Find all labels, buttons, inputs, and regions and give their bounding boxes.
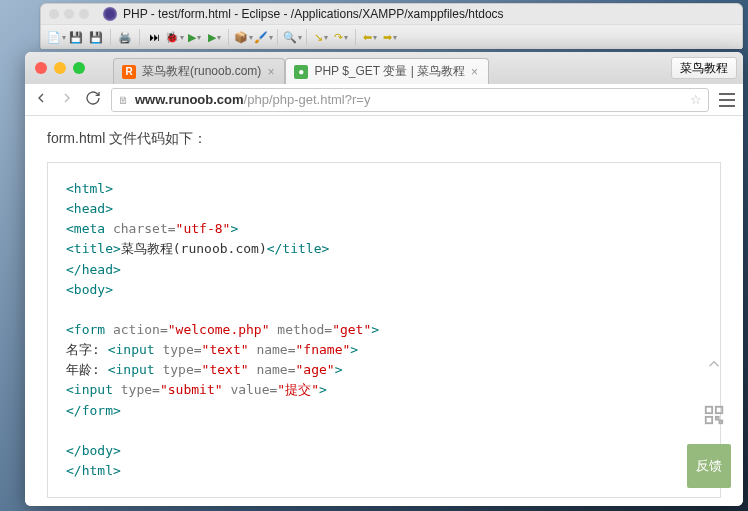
separator [228,29,229,45]
close-tab-icon[interactable]: × [471,65,478,79]
run-ext-icon[interactable]: ▶▾ [205,28,223,46]
eclipse-window: PHP - test/form.html - Eclipse - /Applic… [40,3,743,48]
step-into-icon[interactable]: ↘▾ [312,28,330,46]
code-line: </body> [66,441,702,461]
separator [306,29,307,45]
page-content: form.html 文件代码如下： <html><head><meta char… [25,116,743,506]
new-icon[interactable]: 📄▾ [47,28,65,46]
print-icon[interactable]: 🖨️ [116,28,134,46]
forward-icon[interactable] [59,90,75,109]
zoom-window-icon[interactable] [73,62,85,74]
scroll-top-button[interactable] [697,350,731,378]
code-line: <body> [66,280,702,300]
bookmark-star-icon[interactable]: ☆ [690,92,702,107]
address-bar[interactable]: 🗎 www.runoob.com/php/php-get.html?r=y ☆ [111,88,709,112]
tab-php-get[interactable]: ● PHP $_GET 变量 | 菜鸟教程 × [285,58,489,84]
save-all-icon[interactable]: 💾 [67,28,85,46]
tab-strip: R 菜鸟教程(runoob.com) × ● PHP $_GET 变量 | 菜鸟… [25,52,743,84]
save-icon[interactable]: 💾 [87,28,105,46]
nav-toolbar: 🗎 www.runoob.com/php/php-get.html?r=y ☆ [25,84,743,116]
reload-icon[interactable] [85,90,101,109]
intro-text: form.html 文件代码如下： [47,130,721,148]
url-path: /php/php-get.html?r=y [244,92,371,107]
code-line [66,421,702,441]
code-line: </form> [66,401,702,421]
tab-runoob-home[interactable]: R 菜鸟教程(runoob.com) × [113,58,285,84]
window-controls[interactable] [35,62,85,74]
back-icon[interactable] [33,90,49,109]
separator [110,29,111,45]
code-line [66,300,702,320]
tab-label: PHP $_GET 变量 | 菜鸟教程 [314,63,465,80]
code-line: 名字: <input type="text" name="fname"> [66,340,702,360]
hamburger-menu-icon[interactable] [719,93,735,107]
code-line: <title>菜鸟教程(runoob.com)</title> [66,239,702,259]
eclipse-icon [103,7,117,21]
debug-icon[interactable]: 🐞▾ [165,28,183,46]
svg-rect-2 [706,417,712,423]
code-block: <html><head><meta charset="utf-8"><title… [47,162,721,498]
brush-icon[interactable]: 🖌️▾ [254,28,272,46]
search-nav-icon[interactable]: 🔍▾ [283,28,301,46]
url-host: www.runoob.com [135,92,244,107]
svg-rect-3 [716,417,719,420]
separator [139,29,140,45]
feedback-button[interactable]: 反馈 [687,444,731,488]
skip-icon[interactable]: ⏭ [145,28,163,46]
separator [355,29,356,45]
close-tab-icon[interactable]: × [267,65,274,79]
favicon-icon: R [122,65,136,79]
extension-button[interactable]: 菜鸟教程 [671,57,737,79]
chrome-window: R 菜鸟教程(runoob.com) × ● PHP $_GET 变量 | 菜鸟… [25,52,743,506]
minimize-window-icon[interactable] [54,62,66,74]
nav-back-icon[interactable]: ⬅▾ [361,28,379,46]
code-line: </head> [66,260,702,280]
page-info-icon[interactable]: 🗎 [118,94,129,106]
svg-rect-1 [716,407,722,413]
code-line: <input type="submit" value="提交"> [66,380,702,400]
svg-rect-4 [720,421,723,424]
svg-rect-0 [706,407,712,413]
code-line: <meta charset="utf-8"> [66,219,702,239]
code-line: <head> [66,199,702,219]
step-over-icon[interactable]: ↷▾ [332,28,350,46]
code-line: <form action="welcome.php" method="get"> [66,320,702,340]
close-window-icon[interactable] [35,62,47,74]
run-icon[interactable]: ▶▾ [185,28,203,46]
separator [277,29,278,45]
eclipse-toolbar[interactable]: 📄▾ 💾 💾 🖨️ ⏭ 🐞▾ ▶▾ ▶▾ 📦▾ 🖌️▾ 🔍▾ ↘▾ ↷▾ ⬅▾ … [41,24,742,49]
code-line: 年龄: <input type="text" name="age"> [66,360,702,380]
nav-fwd-icon[interactable]: ➡▾ [381,28,399,46]
eclipse-title-text: PHP - test/form.html - Eclipse - /Applic… [123,7,504,21]
favicon-icon: ● [294,65,308,79]
package-icon[interactable]: 📦▾ [234,28,252,46]
eclipse-traffic-lights[interactable] [49,9,89,19]
code-line: <html> [66,179,702,199]
code-line: </html> [66,461,702,481]
tab-label: 菜鸟教程(runoob.com) [142,63,261,80]
qr-code-button[interactable] [697,398,731,432]
